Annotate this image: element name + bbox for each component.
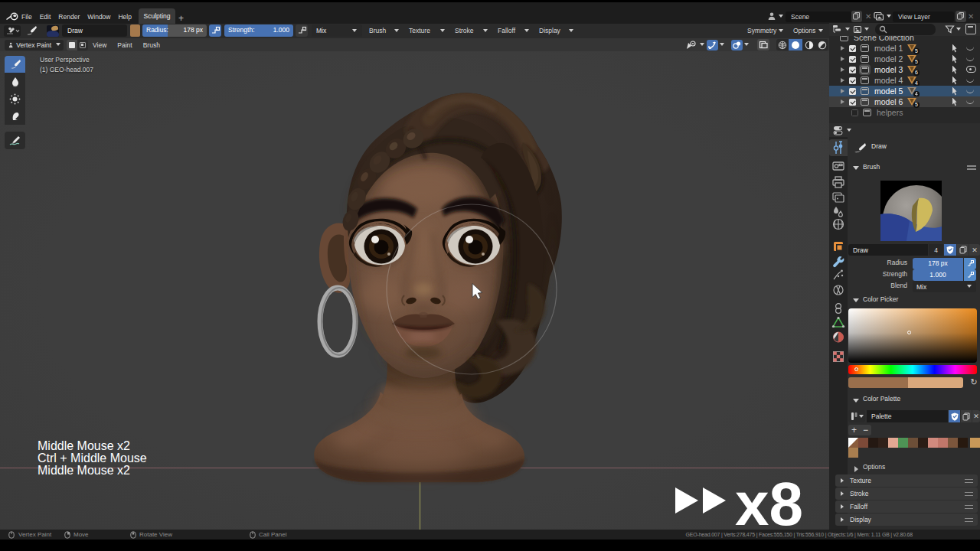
svg-text:x8: x8: [735, 477, 803, 530]
